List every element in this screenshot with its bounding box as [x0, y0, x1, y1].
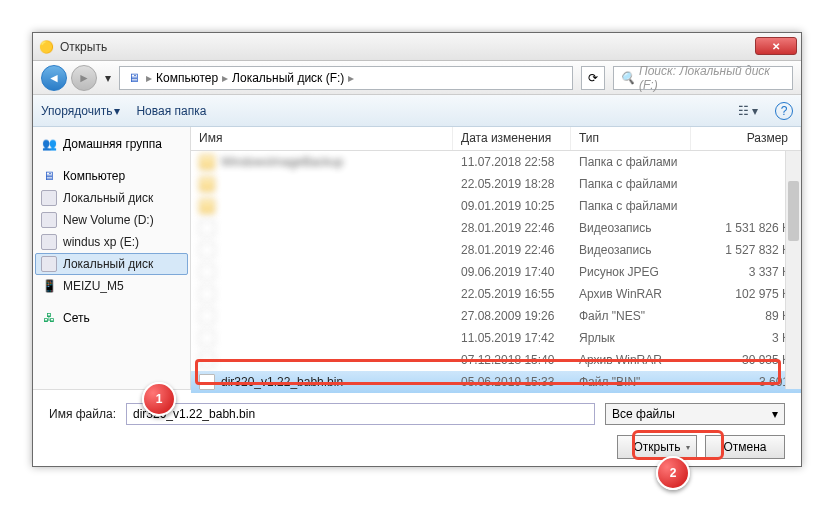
file-icon [199, 264, 215, 280]
split-dropdown-icon[interactable]: ▾ [686, 443, 690, 452]
file-date: 11.07.2018 22:58 [453, 155, 571, 169]
col-type[interactable]: Тип [571, 127, 691, 150]
computer-icon: 🖥 [126, 70, 142, 86]
file-row[interactable]: 28.01.2019 22:46Видеозапись1 531 826 К [191, 217, 801, 239]
file-type: Видеозапись [571, 243, 691, 257]
chevron-down-icon: ▾ [772, 407, 778, 421]
annotation-marker-2: 2 [656, 456, 690, 490]
file-icon [199, 352, 215, 368]
network-icon: 🖧 [41, 310, 57, 326]
file-row[interactable]: 22.05.2019 18:28Папка с файлами [191, 173, 801, 195]
open-button[interactable]: Открыть ▾ [617, 435, 697, 459]
close-button[interactable]: ✕ [755, 37, 797, 55]
chevron-down-icon: ▾ [114, 104, 120, 118]
file-date: 28.01.2019 22:46 [453, 221, 571, 235]
file-row[interactable]: 22.05.2019 16:55Архив WinRAR102 975 К [191, 283, 801, 305]
folder-icon [199, 154, 215, 170]
file-icon [199, 220, 215, 236]
sidebar-drive-c[interactable]: Локальный диск [33, 187, 190, 209]
sidebar-computer[interactable]: 🖥Компьютер [33, 165, 190, 187]
homegroup-icon: 👥 [41, 136, 57, 152]
drive-icon [41, 212, 57, 228]
filename-label: Имя файла: [49, 407, 116, 421]
file-date: 11.05.2019 17:42 [453, 331, 571, 345]
file-row[interactable]: dir320_v1.22_babh.bin05.06.2019 15:33Фай… [191, 371, 801, 393]
scrollbar-thumb[interactable] [788, 181, 799, 241]
file-name: WindowsImageBackup [221, 155, 343, 169]
nav-bar: ◄ ► ▾ 🖥 ▸ Компьютер ▸ Локальный диск (F:… [33, 61, 801, 95]
file-row[interactable]: 27.08.2009 19:26Файл "NES"89 К [191, 305, 801, 327]
file-date: 07.12.2018 15:40 [453, 353, 571, 367]
scrollbar[interactable] [785, 151, 801, 389]
file-icon [199, 286, 215, 302]
file-row[interactable]: WindowsImageBackup11.07.2018 22:58Папка … [191, 151, 801, 173]
back-button[interactable]: ◄ [41, 65, 67, 91]
file-icon [199, 330, 215, 346]
file-type: Ярлык [571, 331, 691, 345]
dialog-body: 👥Домашняя группа 🖥Компьютер Локальный ди… [33, 127, 801, 389]
sidebar-meizu[interactable]: 📱MEIZU_M5 [33, 275, 190, 297]
refresh-button[interactable]: ⟳ [581, 66, 605, 90]
search-icon: 🔍 [620, 71, 635, 85]
file-date: 28.01.2019 22:46 [453, 243, 571, 257]
file-type: Архив WinRAR [571, 353, 691, 367]
computer-icon: 🖥 [41, 168, 57, 184]
file-type: Папка с файлами [571, 177, 691, 191]
file-date: 09.01.2019 10:25 [453, 199, 571, 213]
title-text: Открыть [60, 40, 107, 54]
drive-icon [41, 234, 57, 250]
filename-input[interactable] [126, 403, 595, 425]
sidebar: 👥Домашняя группа 🖥Компьютер Локальный ди… [33, 127, 191, 389]
file-type-filter[interactable]: Все файлы▾ [605, 403, 785, 425]
file-type: Файл "NES" [571, 309, 691, 323]
cancel-button[interactable]: Отмена [705, 435, 785, 459]
breadcrumb-drive[interactable]: Локальный диск (F:) [232, 71, 344, 85]
sidebar-drive-d[interactable]: New Volume (D:) [33, 209, 190, 231]
address-bar[interactable]: 🖥 ▸ Компьютер ▸ Локальный диск (F:) ▸ [119, 66, 573, 90]
search-placeholder: Поиск: Локальный диск (F:) [639, 64, 786, 92]
file-row[interactable]: 28.01.2019 22:46Видеозапись1 527 832 К [191, 239, 801, 261]
help-button[interactable]: ? [775, 102, 793, 120]
drive-icon [41, 190, 57, 206]
organize-button[interactable]: Упорядочить ▾ [41, 104, 120, 118]
file-row[interactable]: 11.05.2019 17:42Ярлык3 К [191, 327, 801, 349]
file-icon [199, 242, 215, 258]
column-headers[interactable]: Имя Дата изменения Тип Размер [191, 127, 801, 151]
file-type: Архив WinRAR [571, 287, 691, 301]
titlebar[interactable]: 🟡 Открыть ✕ [33, 33, 801, 61]
file-date: 05.06.2019 15:33 [453, 375, 571, 389]
phone-icon: 📱 [41, 278, 57, 294]
breadcrumb-sep: ▸ [348, 71, 354, 85]
breadcrumb-computer[interactable]: Компьютер [156, 71, 218, 85]
file-row[interactable]: 09.01.2019 10:25Папка с файлами [191, 195, 801, 217]
file-icon [199, 374, 215, 390]
new-folder-button[interactable]: Новая папка [136, 104, 206, 118]
breadcrumb-sep: ▸ [146, 71, 152, 85]
view-button[interactable]: ☷ ▾ [737, 100, 759, 122]
file-type: Рисунок JPEG [571, 265, 691, 279]
file-date: 22.05.2019 16:55 [453, 287, 571, 301]
file-date: 22.05.2019 18:28 [453, 177, 571, 191]
file-date: 09.06.2019 17:40 [453, 265, 571, 279]
file-row[interactable]: 09.06.2019 17:40Рисунок JPEG3 337 К [191, 261, 801, 283]
nav-history-dropdown[interactable]: ▾ [101, 71, 115, 85]
app-icon: 🟡 [39, 40, 54, 54]
toolbar: Упорядочить ▾ Новая папка ☷ ▾ ? [33, 95, 801, 127]
sidebar-drive-f[interactable]: Локальный диск [35, 253, 188, 275]
col-size[interactable]: Размер [691, 127, 801, 150]
file-list: Имя Дата изменения Тип Размер WindowsIma… [191, 127, 801, 389]
search-input[interactable]: 🔍 Поиск: Локальный диск (F:) [613, 66, 793, 90]
file-type: Файл "BIN" [571, 375, 691, 389]
col-date[interactable]: Дата изменения [453, 127, 571, 150]
drive-icon [41, 256, 57, 272]
forward-button[interactable]: ► [71, 65, 97, 91]
file-row[interactable]: 07.12.2018 15:40Архив WinRAR30 935 К [191, 349, 801, 371]
breadcrumb-sep: ▸ [222, 71, 228, 85]
file-name: dir320_v1.22_babh.bin [221, 375, 343, 389]
sidebar-drive-e[interactable]: windus xp (E:) [33, 231, 190, 253]
sidebar-network[interactable]: 🖧Сеть [33, 307, 190, 329]
file-date: 27.08.2009 19:26 [453, 309, 571, 323]
file-type: Видеозапись [571, 221, 691, 235]
sidebar-homegroup[interactable]: 👥Домашняя группа [33, 133, 190, 155]
col-name[interactable]: Имя [191, 127, 453, 150]
